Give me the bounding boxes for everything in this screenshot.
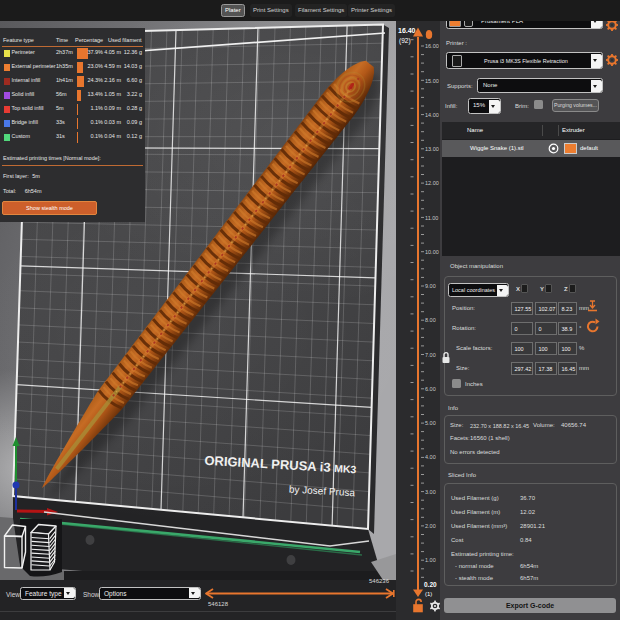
svg-text:3.00: 3.00 [425,489,436,495]
svg-text:6.00: 6.00 [425,386,436,392]
svg-text:11.00: 11.00 [425,215,438,221]
svg-text:14.00: 14.00 [425,112,439,118]
svg-text:1.00: 1.00 [425,557,436,563]
svg-text:(1): (1) [425,591,432,597]
svg-text:5.00: 5.00 [425,420,436,426]
svg-text:4.00: 4.00 [425,454,436,460]
svg-text:13.00: 13.00 [425,146,439,152]
svg-text:9.00: 9.00 [425,283,436,289]
svg-text:15.00: 15.00 [425,78,439,84]
svg-text:16.40: 16.40 [398,27,416,34]
svg-text:0.20: 0.20 [424,581,437,588]
svg-text:7.00: 7.00 [425,352,436,358]
svg-text:(92): (92) [399,37,411,45]
svg-text:8.00: 8.00 [425,317,436,323]
svg-text:10.00: 10.00 [425,249,439,255]
svg-text:2.00: 2.00 [425,523,436,529]
svg-text:12.00: 12.00 [425,180,439,186]
svg-text:16.00: 16.00 [425,43,439,49]
